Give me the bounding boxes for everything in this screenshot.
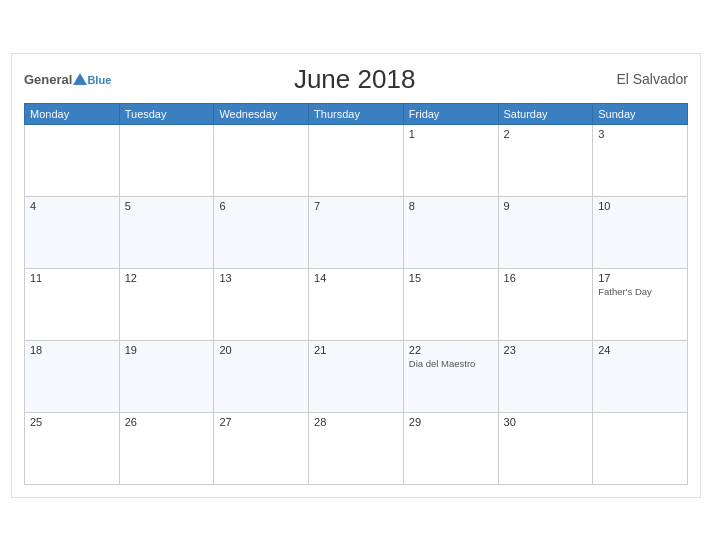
day-cell: 15	[403, 268, 498, 340]
day-cell	[119, 124, 214, 196]
day-cell: 23	[498, 340, 593, 412]
calendar-container: General Blue June 2018 El Salvador Monda…	[11, 53, 701, 498]
day-cell: 27	[214, 412, 309, 484]
day-number: 7	[314, 200, 398, 212]
week-row-2: 45678910	[25, 196, 688, 268]
day-cell: 14	[309, 268, 404, 340]
day-number: 26	[125, 416, 209, 428]
day-number: 8	[409, 200, 493, 212]
day-cell: 4	[25, 196, 120, 268]
day-number: 10	[598, 200, 682, 212]
day-number: 20	[219, 344, 303, 356]
day-cell: 2	[498, 124, 593, 196]
day-cell: 18	[25, 340, 120, 412]
day-number: 23	[504, 344, 588, 356]
day-number: 9	[504, 200, 588, 212]
day-number: 16	[504, 272, 588, 284]
day-cell: 25	[25, 412, 120, 484]
day-cell	[309, 124, 404, 196]
day-cell: 5	[119, 196, 214, 268]
day-cell	[25, 124, 120, 196]
day-number: 14	[314, 272, 398, 284]
logo-blue-text: Blue	[87, 75, 111, 86]
day-cell: 9	[498, 196, 593, 268]
header-sunday: Sunday	[593, 103, 688, 124]
header-saturday: Saturday	[498, 103, 593, 124]
day-cell: 28	[309, 412, 404, 484]
day-number: 1	[409, 128, 493, 140]
header-wednesday: Wednesday	[214, 103, 309, 124]
day-number: 21	[314, 344, 398, 356]
day-cell: 17Father's Day	[593, 268, 688, 340]
header-thursday: Thursday	[309, 103, 404, 124]
day-cell: 29	[403, 412, 498, 484]
day-number: 18	[30, 344, 114, 356]
day-number: 27	[219, 416, 303, 428]
day-number: 4	[30, 200, 114, 212]
day-cell: 3	[593, 124, 688, 196]
week-row-4: 1819202122Dia del Maestro2324	[25, 340, 688, 412]
day-number: 6	[219, 200, 303, 212]
day-cell: 21	[309, 340, 404, 412]
day-number: 13	[219, 272, 303, 284]
day-number: 11	[30, 272, 114, 284]
day-number: 22	[409, 344, 493, 356]
calendar-header: General Blue June 2018 El Salvador	[24, 64, 688, 95]
header-tuesday: Tuesday	[119, 103, 214, 124]
day-number: 15	[409, 272, 493, 284]
logo: General Blue	[24, 73, 111, 86]
day-cell: 1	[403, 124, 498, 196]
day-cell: 7	[309, 196, 404, 268]
day-cell: 24	[593, 340, 688, 412]
day-number: 12	[125, 272, 209, 284]
day-number: 29	[409, 416, 493, 428]
header-friday: Friday	[403, 103, 498, 124]
day-number: 2	[504, 128, 588, 140]
day-cell: 26	[119, 412, 214, 484]
day-cell: 12	[119, 268, 214, 340]
header-monday: Monday	[25, 103, 120, 124]
day-number: 24	[598, 344, 682, 356]
day-number: 3	[598, 128, 682, 140]
day-cell: 22Dia del Maestro	[403, 340, 498, 412]
day-cell	[593, 412, 688, 484]
day-number: 28	[314, 416, 398, 428]
day-number: 19	[125, 344, 209, 356]
day-number: 30	[504, 416, 588, 428]
day-number: 5	[125, 200, 209, 212]
day-cell: 8	[403, 196, 498, 268]
day-cell	[214, 124, 309, 196]
logo-triangle-icon	[73, 73, 87, 85]
day-cell: 6	[214, 196, 309, 268]
day-cell: 19	[119, 340, 214, 412]
week-row-5: 252627282930	[25, 412, 688, 484]
calendar-title: June 2018	[111, 64, 598, 95]
day-cell: 16	[498, 268, 593, 340]
weekday-header-row: Monday Tuesday Wednesday Thursday Friday…	[25, 103, 688, 124]
country-label: El Salvador	[598, 71, 688, 87]
day-number: 17	[598, 272, 682, 284]
day-number: 25	[30, 416, 114, 428]
calendar-table: Monday Tuesday Wednesday Thursday Friday…	[24, 103, 688, 485]
event-label: Father's Day	[598, 286, 682, 297]
day-cell: 30	[498, 412, 593, 484]
week-row-1: 123	[25, 124, 688, 196]
day-cell: 20	[214, 340, 309, 412]
logo-general-text: General	[24, 73, 72, 86]
week-row-3: 11121314151617Father's Day	[25, 268, 688, 340]
day-cell: 10	[593, 196, 688, 268]
day-cell: 11	[25, 268, 120, 340]
day-cell: 13	[214, 268, 309, 340]
event-label: Dia del Maestro	[409, 358, 493, 369]
